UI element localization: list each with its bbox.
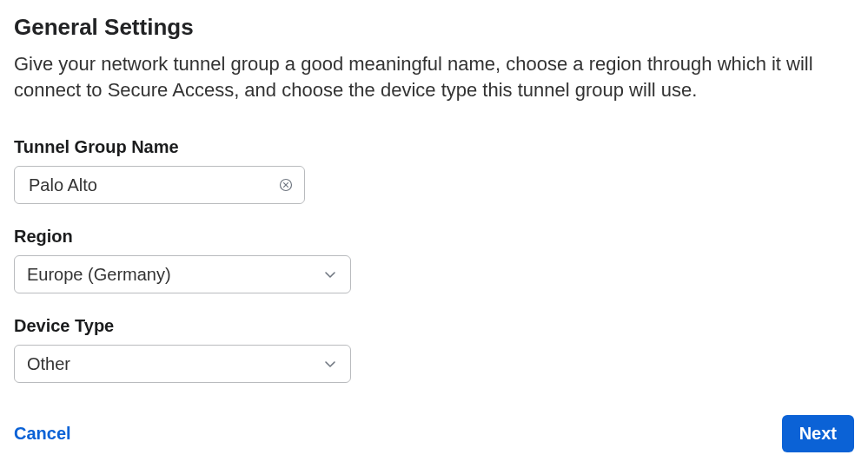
region-select-value: Europe (Germany) [27, 265, 171, 285]
tunnel-group-name-label: Tunnel Group Name [14, 137, 854, 157]
page-description: Give your network tunnel group a good me… [14, 51, 854, 102]
next-button[interactable]: Next [782, 415, 854, 452]
chevron-down-icon [322, 356, 338, 372]
region-label: Region [14, 227, 854, 247]
general-settings-page: General Settings Give your network tunne… [0, 0, 868, 468]
device-type-select[interactable]: Other [14, 345, 351, 383]
close-circle-icon [279, 178, 293, 192]
field-device-type: Device Type Other [14, 316, 854, 383]
tunnel-group-name-input[interactable] [27, 175, 268, 196]
device-type-select-value: Other [27, 354, 70, 374]
field-region: Region Europe (Germany) [14, 227, 854, 293]
chevron-down-icon [322, 267, 338, 282]
field-tunnel-group-name: Tunnel Group Name [14, 137, 854, 204]
region-select[interactable]: Europe (Germany) [14, 255, 351, 293]
cancel-button[interactable]: Cancel [14, 424, 71, 444]
footer-actions: Cancel Next [14, 415, 854, 452]
page-title: General Settings [14, 14, 854, 41]
tunnel-group-name-input-wrap[interactable] [14, 166, 305, 204]
device-type-label: Device Type [14, 316, 854, 336]
clear-input-icon[interactable] [278, 177, 294, 193]
